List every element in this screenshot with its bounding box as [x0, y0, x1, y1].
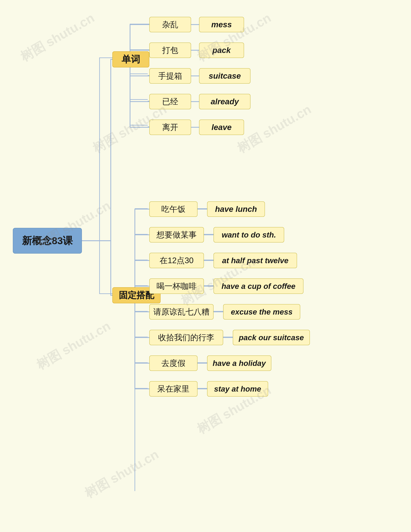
- english-node-holiday: have a holiday: [207, 355, 271, 371]
- english-node-pack-suitcase: pack our suitcase: [233, 330, 310, 345]
- english-excuse-mess: excuse the mess: [231, 307, 293, 316]
- chinese-node-excuse-mess: 请原谅乱七八糟: [149, 304, 213, 320]
- english-node-excuse-mess: excuse the mess: [223, 304, 300, 320]
- english-coffee: have a cup of coffee: [221, 282, 296, 291]
- chinese-suitcase: 手提箱: [158, 71, 182, 81]
- chinese-coffee: 喝一杯咖啡: [157, 281, 197, 292]
- english-mess: mess: [211, 20, 232, 29]
- chinese-node-pack-suitcase: 收拾我们的行李: [149, 330, 223, 345]
- english-want-to-do: want to do sth.: [222, 230, 276, 239]
- english-have-lunch: have lunch: [215, 204, 257, 214]
- chinese-stay-home: 呆在家里: [157, 384, 190, 394]
- english-node-mess: mess: [199, 17, 244, 32]
- english-node-stay-home: stay at home: [207, 381, 268, 397]
- english-node-already: already: [199, 94, 250, 109]
- english-stay-home: stay at home: [214, 385, 261, 393]
- chinese-node-holiday: 去度假: [149, 355, 198, 371]
- english-leave: leave: [211, 123, 231, 132]
- english-node-leave: leave: [199, 120, 244, 135]
- chinese-excuse-mess: 请原谅乱七八糟: [153, 306, 210, 317]
- chinese-holiday: 去度假: [161, 358, 185, 369]
- english-suitcase: suitcase: [209, 71, 241, 81]
- chinese-pack: 打包: [162, 45, 178, 56]
- chinese-have-lunch: 吃午饭: [161, 204, 185, 215]
- english-at-twelve: at half past twelve: [222, 256, 288, 265]
- chinese-mess: 杂乱: [162, 19, 178, 30]
- category-phrases-label: 固定搭配: [119, 289, 154, 301]
- english-holiday: have a holiday: [213, 359, 266, 368]
- chinese-already: 已经: [162, 96, 178, 107]
- english-node-coffee: have a cup of coffee: [213, 278, 303, 294]
- category-vocab-label: 单词: [122, 53, 140, 66]
- chinese-node-coffee: 喝一杯咖啡: [149, 278, 204, 294]
- category-vocab: 单词: [112, 51, 149, 67]
- english-node-at-twelve: at half past twelve: [213, 253, 297, 268]
- chinese-node-mess: 杂乱: [149, 17, 191, 32]
- chinese-node-leave: 离开: [149, 120, 191, 135]
- root-label: 新概念83课: [22, 234, 73, 247]
- root-node: 新概念83课: [13, 228, 82, 254]
- english-already: already: [211, 97, 239, 106]
- english-node-pack: pack: [199, 43, 244, 58]
- chinese-want-to-do: 想要做某事: [157, 229, 197, 240]
- chinese-leave: 离开: [162, 122, 178, 133]
- chinese-node-suitcase: 手提箱: [149, 68, 191, 84]
- english-pack-suitcase: pack our suitcase: [239, 333, 304, 342]
- english-node-have-lunch: have lunch: [207, 201, 265, 217]
- chinese-node-have-lunch: 吃午饭: [149, 201, 198, 217]
- mindmap-container: 树图 shutu.cn 树图 shutu.cn 树图 shutu.cn 树图 s…: [0, 0, 411, 532]
- chinese-node-stay-home: 呆在家里: [149, 381, 198, 397]
- chinese-node-at-twelve: 在12点30: [149, 253, 204, 268]
- chinese-at-twelve: 在12点30: [160, 255, 193, 266]
- chinese-node-want-to-do: 想要做某事: [149, 227, 204, 242]
- english-pack: pack: [212, 46, 231, 55]
- english-node-suitcase: suitcase: [199, 68, 250, 84]
- chinese-node-already: 已经: [149, 94, 191, 109]
- chinese-pack-suitcase: 收拾我们的行李: [158, 332, 214, 343]
- english-node-want-to-do: want to do sth.: [213, 227, 284, 242]
- chinese-node-pack: 打包: [149, 43, 191, 58]
